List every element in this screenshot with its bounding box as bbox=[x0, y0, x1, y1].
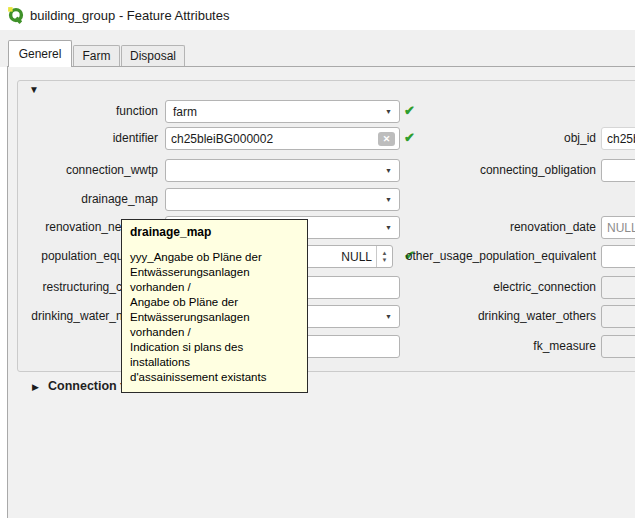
field-label-connection-wwtp: connection_wwtp bbox=[0, 164, 158, 177]
connection-wwtp-combobox[interactable]: ▼ bbox=[165, 159, 400, 182]
tab-disposal-label: Disposal bbox=[130, 49, 176, 63]
window-title: building_group - Feature Attributes bbox=[30, 8, 229, 23]
fk-measure-combobox[interactable] bbox=[601, 335, 635, 358]
qgis-logo-icon bbox=[7, 6, 25, 24]
function-value: farm bbox=[173, 105, 197, 119]
field-label-connecting-obligation: connecting_obligation bbox=[380, 164, 596, 177]
valid-check-icon: ✔ bbox=[404, 103, 415, 118]
title-bar: building_group - Feature Attributes bbox=[0, 0, 635, 30]
field-label-drainage-map: drainage_map bbox=[0, 193, 158, 206]
other-usage-population-equivalent-input[interactable] bbox=[602, 246, 635, 267]
drainage-map-combobox[interactable]: ▼ bbox=[165, 188, 400, 211]
tab-generel-label: Generel bbox=[19, 47, 62, 61]
field-label-electric-connection: electric_connection bbox=[380, 281, 596, 294]
chevron-down-icon: ▼ bbox=[385, 196, 392, 203]
obj-id-input[interactable] bbox=[602, 128, 635, 149]
field-label-fk-measure: fk_measure bbox=[380, 340, 596, 353]
tab-farm-label: Farm bbox=[83, 49, 111, 63]
renovation-date-field bbox=[601, 216, 635, 239]
tooltip-title: drainage_map bbox=[130, 225, 299, 239]
tab-disposal[interactable]: Disposal bbox=[121, 45, 185, 66]
identifier-input[interactable] bbox=[166, 128, 399, 149]
group-collapse-icon[interactable]: ▼ bbox=[29, 84, 39, 96]
tab-generel[interactable]: Generel bbox=[8, 40, 72, 67]
field-label-renovation-date: renovation_date bbox=[380, 221, 596, 234]
field-label-obj-id: obj_id bbox=[380, 132, 596, 145]
identifier-field: ✕ bbox=[165, 127, 400, 150]
drainage-map-tooltip: drainage_map yyy_Angabe ob Pläne der Ent… bbox=[121, 219, 308, 393]
field-label-other-usage-population-equivalent: other_usage_population_equivalent bbox=[380, 250, 596, 263]
renovation-date-input[interactable] bbox=[602, 217, 635, 238]
other-usage-population-equivalent-field bbox=[601, 245, 635, 268]
baugwr-expand-icon[interactable]: ▶ bbox=[32, 382, 39, 392]
chevron-down-icon: ▼ bbox=[385, 108, 392, 115]
field-label-function: function bbox=[0, 105, 158, 118]
drinking-water-others-combobox[interactable] bbox=[601, 305, 635, 328]
tooltip-body: yyy_Angabe ob Pläne der Entwässerungsanl… bbox=[130, 250, 299, 385]
connecting-obligation-combobox[interactable] bbox=[601, 159, 635, 182]
electric-connection-combobox[interactable] bbox=[601, 276, 635, 299]
tab-farm[interactable]: Farm bbox=[73, 45, 120, 66]
function-combobox[interactable]: farm ▼ bbox=[165, 100, 400, 123]
obj-id-field bbox=[601, 127, 635, 150]
field-label-identifier: identifier bbox=[0, 132, 158, 145]
field-label-drinking-water-others: drinking_water_others bbox=[380, 310, 596, 323]
